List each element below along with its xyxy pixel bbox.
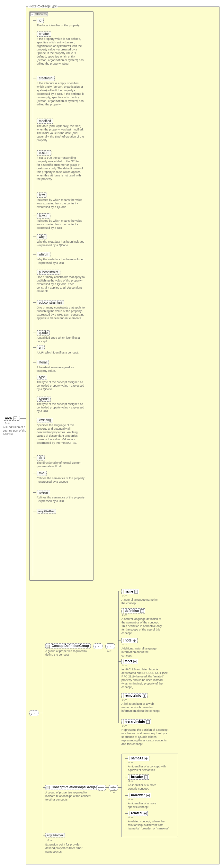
attr-label[interactable]: id [37,18,44,23]
bottom-any[interactable]: any ##other [45,833,65,837]
sequence-gadget[interactable]: ● ● ● [105,643,115,649]
element-box[interactable]: facet [122,659,138,664]
element-box[interactable]: hierarchyInfo [122,719,151,724]
connector [125,813,128,814]
elem-occurrence: 0..∞ [122,594,127,597]
attr-id: id The local identifier of the property. [37,18,85,27]
connector [43,646,45,646]
connector [20,418,26,419]
attr-desc: The directionality of textual content (e… [37,461,85,468]
element-box[interactable]: note [122,638,137,643]
elem-name: name 0..∞ A natural language name for th… [122,589,169,605]
connector [93,787,96,788]
attr-label[interactable]: role [37,471,46,476]
expand-icon[interactable] [13,416,17,420]
attr-label[interactable]: type [37,375,47,380]
elem-desc: In NAR 1.8 and later, facet is deprecate… [122,668,169,689]
element-box[interactable]: sameAs [128,756,150,761]
sequence-gadget[interactable]: ● ● ● [93,643,103,649]
attr-label[interactable]: why [37,234,47,240]
elem-occurrence: 0..∞ [122,698,127,701]
attr-label[interactable]: howuri [37,213,51,219]
expand-icon[interactable] [133,660,137,663]
concept-definition-group[interactable]: ConceptDefinitionGroup [45,643,91,649]
sequence-gadget[interactable]: ● ● ● [29,710,39,716]
attr-label[interactable]: dir [37,455,45,461]
attr-label[interactable]: whyuri [37,252,51,257]
expand-icon[interactable] [145,757,148,761]
area-element[interactable]: area [3,416,20,421]
connector [118,641,122,641]
attr-label[interactable]: qcode [37,330,50,336]
elem-desc: A natural language name for the concept. [122,598,160,605]
attr-whyuri: whyuri Why the metadata has been include… [37,252,85,265]
area-label: area [5,416,12,420]
element-box[interactable]: definition [122,608,145,614]
expand-icon[interactable] [146,720,150,724]
occurrence: 0..∞ [107,649,112,652]
expand-icon[interactable] [134,590,138,594]
attr-label[interactable]: custom [37,150,52,156]
diagram-canvas: Flex1RolePropType area 0..∞ A subdivisio… [0,0,223,868]
attr-modified: modified The date (and, optionally, the … [37,119,85,142]
attr-label[interactable]: literal [37,360,49,365]
element-box[interactable]: remoteInfo [122,693,148,698]
elem-desc: An identifier of a more specific concept… [128,802,166,809]
attr-label[interactable]: how [37,192,47,198]
attr-uri: uri A URI which identifies a concept. [37,345,85,354]
attr-any[interactable]: any ##other [37,509,56,514]
element-box[interactable]: broader [128,774,149,780]
attr-label[interactable]: roleuri [37,490,50,495]
elem-note: note 0..∞ Additional natural language in… [122,638,169,657]
elem-desc: A link to an item or a web resource whic… [122,702,164,713]
attr-label[interactable]: xml:lang [37,418,53,423]
group-icon [46,645,50,648]
attr-label[interactable]: uri [37,345,45,350]
attr-label[interactable]: pubconstraint [37,270,60,275]
choice-gadget[interactable] [108,785,118,790]
attr-desc: A free-text value assigned as property v… [37,366,85,373]
connector [125,795,128,796]
expand-icon[interactable] [143,812,147,815]
element-box[interactable]: related [128,811,148,816]
attr-custom: custom If set to true the corresponding … [37,150,85,181]
expand-icon[interactable] [143,694,146,698]
elem-occurrence: 0..∞ [122,724,127,727]
elem-label: remoteInfo [125,694,141,698]
collapse-icon[interactable] [31,13,34,16]
elem-label: sameAs [131,756,143,761]
element-box[interactable]: name [122,589,139,594]
concept-relationships-group[interactable]: ConceptRelationshipsGroup [45,785,97,790]
elem-desc: A related concept, where the relationshi… [128,820,176,830]
expand-icon[interactable] [133,639,136,642]
elem-label: broader [131,775,143,779]
elem-label: related [131,811,142,815]
attr-label[interactable]: creatoruri [37,76,55,81]
attr-label[interactable]: typeuri [37,397,51,402]
attributes-header-box[interactable]: attributes [30,12,48,17]
attr-label[interactable]: pubconstrainturi [37,300,64,305]
connector [125,758,128,759]
group-icon [46,786,50,789]
elem-label: name [125,590,133,594]
attr-type: type The type of the concept assigned as… [37,375,85,391]
expand-icon[interactable] [146,794,150,797]
attr-desc: One or many constraints that apply to pu… [37,306,85,320]
connector [118,722,122,722]
attr-why: why Why the metadata has been included -… [37,234,85,247]
area-occurrence: 0..∞ [5,422,10,425]
element-box[interactable]: narrower [128,793,151,798]
expand-icon[interactable] [144,775,148,779]
attr-label[interactable]: modified [37,119,53,124]
attr-xml-lang: xml:lang Specifies the language of this … [37,418,85,445]
sequence-gadget[interactable]: ● ● ● [96,785,106,790]
expand-icon[interactable] [140,609,144,613]
attr-label[interactable]: creator [37,31,51,37]
elem-occurrence: 0..∞ [129,816,133,819]
attr-desc: Refines the semantics of the property - … [37,496,85,503]
elem-desc: Represents the position of a concept in … [122,728,170,746]
connector [33,512,36,512]
attr-desc: A qualified code which identifies a conc… [37,336,85,343]
elem-label: note [125,639,131,642]
elem-occurrence: 0..∞ [129,798,133,801]
